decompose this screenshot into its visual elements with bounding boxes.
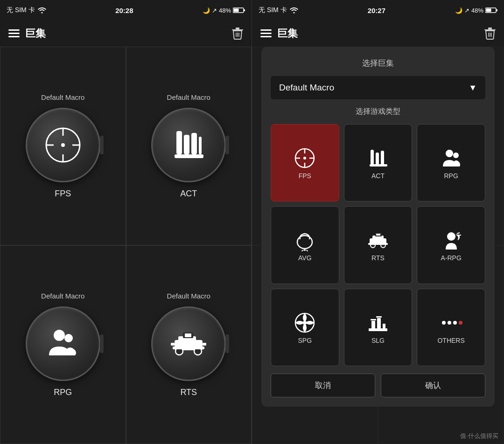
macro-cell-fps[interactable]: Default Macro FPS xyxy=(0,47,126,245)
game-btn-act[interactable]: ACT xyxy=(344,124,413,201)
svg-point-70 xyxy=(303,321,307,325)
cancel-button[interactable]: 取消 xyxy=(271,374,375,397)
svg-rect-31 xyxy=(171,343,175,346)
right-moon-icon: 🌙 xyxy=(455,7,462,14)
macro-dropdown[interactable]: Default Macro ▼ xyxy=(271,76,485,99)
svg-point-79 xyxy=(453,321,457,325)
right-app-header: 巨集 xyxy=(252,21,504,47)
svg-rect-73 xyxy=(377,318,381,328)
svg-rect-19 xyxy=(191,133,197,154)
macro-cell-rts[interactable]: Default Macro RTS xyxy=(126,245,252,444)
svg-rect-18 xyxy=(184,135,189,154)
macro-cell-act[interactable]: Default Macro ACT xyxy=(126,47,252,245)
macro-cell-rpg[interactable]: Default Macro RPG xyxy=(0,245,126,444)
rpg-button[interactable] xyxy=(26,306,100,381)
svg-line-68 xyxy=(458,235,461,236)
macro-grid: Default Macro FPS Default Macro xyxy=(0,47,252,444)
rts-btn-label: RTS xyxy=(371,254,385,262)
rpg-btn-label: RPG xyxy=(444,172,458,180)
rts-label: RTS xyxy=(180,388,197,397)
svg-rect-1 xyxy=(244,9,245,11)
dropdown-arrow-icon: ▼ xyxy=(469,83,477,93)
svg-point-22 xyxy=(54,330,65,341)
game-btn-avg[interactable]: AVG xyxy=(271,206,339,284)
location-icon: ↗ xyxy=(212,7,217,14)
svg-rect-62 xyxy=(376,234,380,236)
svg-rect-39 xyxy=(488,28,492,29)
svg-rect-30 xyxy=(173,347,204,349)
slg-btn-label: SLG xyxy=(371,337,385,344)
right-battery-icon xyxy=(485,7,497,14)
game-btn-rts[interactable]: RTS xyxy=(344,206,413,284)
game-btn-others[interactable]: OTHERS xyxy=(417,289,485,366)
svg-rect-76 xyxy=(376,316,382,318)
battery-text: 48% xyxy=(219,7,231,14)
svg-rect-20 xyxy=(199,137,202,154)
svg-point-77 xyxy=(442,321,446,325)
game-btn-rpg[interactable]: RPG xyxy=(417,124,485,201)
act-label: ACT xyxy=(180,189,197,199)
game-btn-arpg[interactable]: A-RPG xyxy=(417,206,485,284)
svg-point-66 xyxy=(447,232,455,241)
delete-button[interactable] xyxy=(232,28,243,40)
svg-rect-53 xyxy=(370,164,387,166)
act-button[interactable] xyxy=(151,108,226,182)
left-phone-panel: 无 SIM 卡 20:28 🌙 ↗ 48% 巨集 xyxy=(0,0,252,444)
wifi-icon xyxy=(38,7,46,14)
right-carrier: 无 SIM 卡 xyxy=(259,6,287,14)
game-type-grid: FPS ACT RPG xyxy=(271,124,485,366)
watermark: 值·什么值得买 xyxy=(460,432,498,440)
svg-point-23 xyxy=(64,334,73,342)
svg-rect-40 xyxy=(484,29,496,30)
svg-rect-51 xyxy=(376,153,379,165)
svg-rect-37 xyxy=(260,33,272,34)
svg-rect-5 xyxy=(8,36,20,37)
status-left: 无 SIM 卡 xyxy=(7,6,46,14)
menu-icon[interactable] xyxy=(8,29,20,38)
right-delete-button[interactable] xyxy=(484,28,496,40)
right-wifi-icon xyxy=(290,7,298,14)
rts-button[interactable] xyxy=(151,306,226,381)
svg-point-12 xyxy=(61,143,65,147)
right-location-icon: ↗ xyxy=(464,7,469,14)
others-btn-label: OTHERS xyxy=(437,337,464,344)
svg-rect-21 xyxy=(175,154,203,158)
macro-cell-act-label: Default Macro xyxy=(167,93,210,101)
right-status-bar: 无 SIM 卡 20:27 🌙 ↗ 48% xyxy=(252,0,504,21)
carrier-text: 无 SIM 卡 xyxy=(7,6,35,14)
game-btn-slg[interactable]: SLG xyxy=(344,289,413,366)
svg-point-55 xyxy=(453,153,459,158)
game-btn-fps[interactable]: FPS xyxy=(271,124,339,201)
right-battery-text: 48% xyxy=(471,7,483,14)
fps-button[interactable] xyxy=(26,108,100,182)
header-left: 巨集 xyxy=(8,27,46,41)
battery-icon xyxy=(233,7,245,14)
dialog-actions: 取消 确认 xyxy=(271,374,485,397)
macro-cell-fps-label: Default Macro xyxy=(41,93,84,101)
act-btn-label: ACT xyxy=(371,172,385,180)
spg-btn-label: SPG xyxy=(298,337,312,344)
svg-rect-4 xyxy=(8,33,20,34)
app-title: 巨集 xyxy=(25,27,46,41)
svg-rect-32 xyxy=(203,343,206,346)
avg-btn-label: AVG xyxy=(298,254,312,262)
moon-icon: 🌙 xyxy=(203,7,210,14)
svg-rect-3 xyxy=(8,29,20,31)
svg-rect-72 xyxy=(371,321,375,328)
svg-rect-35 xyxy=(486,9,491,12)
left-status-bar: 无 SIM 卡 20:28 🌙 ↗ 48% xyxy=(0,0,252,21)
svg-rect-2 xyxy=(233,9,238,12)
game-btn-spg[interactable]: SPG xyxy=(271,289,339,366)
svg-rect-38 xyxy=(260,36,272,37)
dialog-title: 选择巨集 xyxy=(271,58,485,69)
confirm-button[interactable]: 确认 xyxy=(381,374,485,397)
svg-rect-71 xyxy=(369,328,387,331)
svg-rect-17 xyxy=(176,131,182,154)
svg-rect-75 xyxy=(371,319,376,320)
svg-point-45 xyxy=(303,157,306,160)
svg-rect-7 xyxy=(232,29,243,30)
fps-label: FPS xyxy=(55,189,71,199)
right-menu-icon[interactable] xyxy=(260,29,272,38)
dropdown-value: Default Macro xyxy=(279,83,334,93)
svg-rect-50 xyxy=(371,150,374,165)
